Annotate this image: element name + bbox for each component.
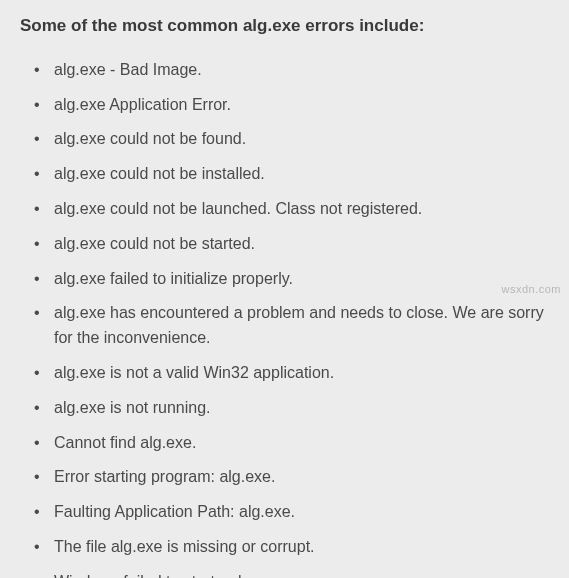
list-item: Error starting program: alg.exe.	[42, 465, 549, 490]
error-list: alg.exe - Bad Image. alg.exe Application…	[20, 58, 549, 578]
list-item: Faulting Application Path: alg.exe.	[42, 500, 549, 525]
list-item: Windows failed to start - alg.exe.	[42, 570, 549, 578]
list-item: alg.exe could not be found.	[42, 127, 549, 152]
watermark-text: wsxdn.com	[501, 283, 561, 295]
list-item: alg.exe could not be started.	[42, 232, 549, 257]
list-item: alg.exe - Bad Image.	[42, 58, 549, 83]
list-item: alg.exe could not be launched. Class not…	[42, 197, 549, 222]
list-item: alg.exe Application Error.	[42, 93, 549, 118]
list-item: Cannot find alg.exe.	[42, 431, 549, 456]
list-item: alg.exe could not be installed.	[42, 162, 549, 187]
list-item: The file alg.exe is missing or corrupt.	[42, 535, 549, 560]
document-content: Some of the most common alg.exe errors i…	[0, 0, 569, 578]
list-item: alg.exe is not running.	[42, 396, 549, 421]
list-item: alg.exe failed to initialize properly.	[42, 267, 549, 292]
list-item: alg.exe is not a valid Win32 application…	[42, 361, 549, 386]
section-heading: Some of the most common alg.exe errors i…	[20, 14, 549, 38]
list-item: alg.exe has encountered a problem and ne…	[42, 301, 549, 351]
